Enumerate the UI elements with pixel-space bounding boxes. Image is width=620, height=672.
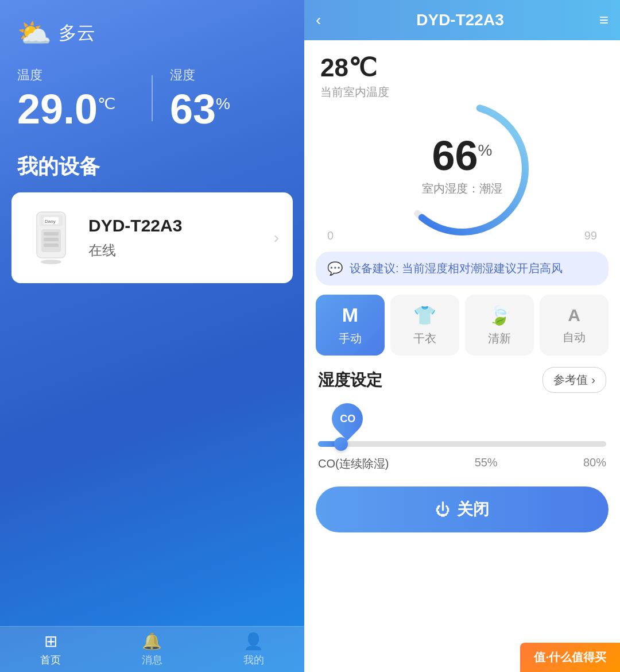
bottom-nav: ⊞ 首页 🔔 消息 👤 我的 — [0, 626, 304, 672]
mode-fresh-label: 清新 — [488, 331, 511, 346]
indoor-temp-value: 28℃ — [320, 53, 604, 82]
humidity-value: 63% — [170, 88, 230, 130]
svg-text:Dany: Dany — [45, 219, 56, 224]
nav-label-profile: 我的 — [243, 653, 264, 667]
nav-item-profile[interactable]: 👤 我的 — [243, 632, 264, 667]
gauge-wrap: 66% 室内湿度：潮湿 — [382, 111, 542, 226]
slider-mid-label: 55% — [475, 456, 498, 472]
back-button[interactable]: ‹ — [316, 11, 321, 29]
mode-dry[interactable]: 👕 干衣 — [390, 295, 459, 356]
slider-labels: CO(连续除湿) 55% 80% — [318, 456, 606, 472]
profile-icon: 👤 — [243, 632, 264, 651]
page-title: DYD-T22A3 — [327, 11, 593, 29]
humidity-label: 湿度 — [170, 67, 195, 84]
temp-value: 29.0℃ — [17, 88, 115, 130]
right-panel: ‹ DYD-T22A3 ≡ 28℃ 当前室内温度 — [304, 0, 620, 672]
gauge-percent: 66% — [422, 135, 502, 176]
bell-icon: 🔔 — [142, 632, 162, 651]
mode-auto-label: 自动 — [563, 330, 586, 345]
mode-auto[interactable]: A 自动 — [540, 295, 609, 356]
slider-area: CO CO(连续除湿) 55% 80% — [304, 408, 620, 481]
nav-item-message[interactable]: 🔔 消息 — [142, 632, 162, 667]
svg-point-8 — [41, 260, 61, 264]
device-image: Dany — [25, 206, 77, 269]
slider-thumb-text: CO — [340, 413, 355, 425]
weather-label: 多云 — [59, 21, 95, 46]
power-label: 关闭 — [457, 499, 489, 520]
menu-button[interactable]: ≡ — [599, 11, 609, 29]
device-arrow-icon: › — [274, 229, 279, 247]
auto-icon: A — [568, 306, 580, 325]
nav-label-message: 消息 — [142, 653, 162, 667]
slider-track[interactable] — [318, 441, 606, 447]
nav-item-home[interactable]: ⊞ 首页 — [40, 632, 61, 667]
gauge-min: 0 — [327, 229, 334, 242]
home-icon: ⊞ — [44, 632, 57, 651]
suggestion-icon: 💬 — [327, 261, 343, 276]
power-icon: ⏻ — [435, 501, 450, 519]
weather-icon: ⛅ — [17, 17, 52, 49]
power-button[interactable]: ⏻ 关闭 — [316, 486, 609, 532]
device-name: DYD-T22A3 — [88, 216, 262, 235]
mode-manual-label: 手动 — [339, 331, 362, 346]
mode-dry-label: 干衣 — [413, 331, 436, 346]
device-info: DYD-T22A3 在线 — [88, 216, 262, 260]
humidity-setting-header: 湿度设定 参考值 › — [318, 367, 606, 393]
gauge-humidity-label: 室内湿度：潮湿 — [422, 181, 502, 196]
stat-divider — [152, 75, 153, 121]
weather-header: ⛅ 多云 — [0, 0, 304, 61]
nav-label-home: 首页 — [40, 653, 61, 667]
suggestion-box: 💬 设备建议: 当前湿度相对潮湿建议开启高风 — [316, 252, 609, 285]
humidity-setting-title: 湿度设定 — [318, 369, 382, 391]
content-area: 28℃ 当前室内温度 — [304, 40, 620, 672]
gauge-max: 99 — [584, 229, 597, 242]
bottom-badge: 值·什么值得买 — [520, 643, 620, 672]
humidity-gauge: 66% 室内湿度：潮湿 — [304, 106, 620, 226]
mode-selector: M 手动 👕 干衣 🍃 清新 A 自动 — [316, 295, 609, 356]
my-devices-title: 我的设备 — [0, 147, 304, 192]
humidity-block: 湿度 63% — [170, 67, 287, 130]
dry-icon: 👕 — [413, 304, 436, 326]
humidity-setting: 湿度设定 参考值 › — [304, 356, 620, 408]
manual-icon: M — [342, 304, 358, 326]
weather-stats: 温度 29.0℃ 湿度 63% — [0, 61, 304, 147]
device-card[interactable]: Dany DYD-T22A3 在线 › — [11, 192, 293, 283]
svg-rect-5 — [44, 232, 59, 235]
suggestion-text: 设备建议: 当前湿度相对潮湿建议开启高风 — [350, 261, 563, 276]
svg-rect-6 — [44, 238, 59, 241]
temp-label: 温度 — [17, 67, 42, 84]
slider-left-label: CO(连续除湿) — [318, 456, 389, 472]
top-bar: ‹ DYD-T22A3 ≡ — [304, 0, 620, 40]
left-panel: ⛅ 多云 温度 29.0℃ 湿度 63% 我的设备 Dany — [0, 0, 304, 672]
gauge-inner: 66% 室内湿度：潮湿 — [422, 135, 502, 196]
mode-manual[interactable]: M 手动 — [316, 295, 385, 356]
ref-button[interactable]: 参考值 › — [542, 367, 606, 393]
svg-rect-7 — [44, 244, 59, 247]
temp-block: 温度 29.0℃ — [17, 67, 134, 130]
slider-thumb[interactable] — [334, 437, 348, 451]
mode-fresh[interactable]: 🍃 清新 — [465, 295, 534, 356]
device-status: 在线 — [88, 241, 262, 260]
slider-right-label: 80% — [583, 456, 606, 472]
fresh-icon: 🍃 — [488, 304, 511, 326]
